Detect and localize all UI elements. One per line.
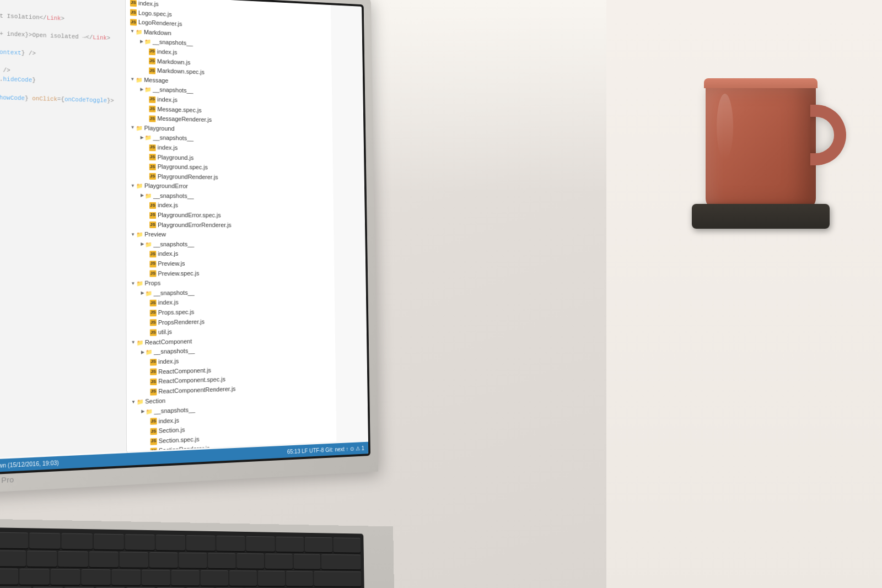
js-file-icon: JS [149,96,155,103]
file-name: index.js [158,249,178,259]
file-name: index.js [158,357,179,367]
file-name: index.js [158,298,179,308]
tree-item: JS index.js [131,249,330,259]
folder-name: Message [144,75,168,86]
key [286,571,313,586]
key [0,568,19,585]
js-file-icon: JS [149,212,156,219]
key [89,552,118,568]
folder-icon: 📁 [137,397,143,407]
coffee-mug [706,83,816,209]
macbook-label: MacBook Pro [0,475,14,487]
mug-highlight [717,94,733,160]
js-file-icon: JS [149,48,155,55]
keyboard [0,527,365,588]
keyboard-row [0,532,361,553]
folder-name: __snapshots__ [154,346,195,357]
chevron-right-icon: ▶ [140,86,143,93]
file-name: index.js [157,47,178,57]
chevron-right-icon: ▶ [141,349,144,356]
chevron-down-icon: ▼ [131,339,136,347]
file-name: Playground.spec.js [158,162,208,172]
js-file-icon: JS [149,115,155,122]
file-name: Section.js [159,425,185,436]
key [333,537,361,552]
folder-name: ReactComponent [145,337,192,348]
file-name: PlaygroundErrorRenderer.js [158,220,232,230]
keyboard-row [0,550,361,570]
key [186,535,216,551]
file-tree-panel: JS index.js JS Logo.spec.js JS LogoRende… [126,0,337,451]
key [142,570,170,585]
js-file-icon: JS [130,0,137,7]
key [314,571,361,586]
key [208,553,236,568]
js-file-icon: JS [149,222,156,228]
key [171,570,200,585]
key [236,553,264,569]
file-name: MessageRenderer.js [157,114,212,125]
chevron-down-icon: ▼ [131,182,135,190]
folder-name: Preview [144,230,166,240]
key [62,533,93,549]
js-file-icon: JS [150,389,157,396]
folder-name: Props [144,279,160,289]
key [304,537,332,553]
folder-icon: 📁 [137,338,143,348]
status-bar-text: build: Markdown (15/12/2016, 19:03) [0,460,59,471]
mug-body [706,83,816,209]
key [119,552,148,568]
js-file-icon: JS [149,144,156,151]
key [58,551,88,567]
file-name: util.js [158,327,172,337]
key [82,569,111,585]
key [94,533,124,549]
key [265,553,292,569]
js-file-icon: JS [150,320,157,326]
chevron-down-icon: ▼ [131,398,136,406]
js-file-icon: JS [149,67,155,74]
js-file-icon: JS [149,261,156,267]
js-file-icon: JS [149,154,156,160]
folder-icon: 📁 [145,133,152,142]
js-file-icon: JS [149,164,156,170]
tree-folder-preview[interactable]: ▼ 📁 Preview [131,230,330,240]
key [229,570,257,586]
folder-icon: 📁 [146,407,152,417]
folder-name: __snapshots__ [153,85,193,96]
folder-icon: 📁 [145,191,152,200]
tree-item[interactable]: ▶ 📁 __snapshots__ [131,239,330,249]
key [217,536,245,551]
file-name: PlaygroundRenderer.js [158,172,218,182]
chevron-right-icon: ▶ [141,408,144,416]
file-name: Playground.js [158,153,194,163]
tree-item: JS index.js [131,201,330,211]
js-file-icon: JS [149,251,156,257]
laptop-body: Link}> me}=> Exit Isolation</Link> me + … [0,0,378,495]
key [30,533,61,549]
key [27,551,57,567]
folder-name: __snapshots__ [154,288,195,299]
key [125,534,154,550]
key [112,569,141,585]
key [246,536,275,552]
js-file-icon: JS [150,300,157,306]
js-file-icon: JS [130,19,137,25]
file-name: index.js [157,95,178,105]
js-file-icon: JS [149,173,156,180]
js-file-icon: JS [150,369,157,376]
screen-content: Link}> me}=> Exit Isolation</Link> me + … [0,0,368,474]
js-file-icon: JS [149,271,156,277]
file-name: Preview.spec.js [158,268,199,278]
tree-item[interactable]: ▶ 📁 __snapshots__ [131,191,329,202]
folder-icon: 📁 [146,348,152,357]
file-name: PlaygroundError.spec.js [158,211,221,220]
folder-icon: 📁 [146,289,152,298]
folder-name: Markdown [144,28,171,38]
key [20,569,50,585]
folder-name: PlaygroundError [144,181,188,191]
file-name: Preview.js [158,259,185,269]
js-file-icon: JS [150,447,157,451]
folder-name: Playground [144,123,174,134]
file-name: Markdown.js [157,57,191,67]
